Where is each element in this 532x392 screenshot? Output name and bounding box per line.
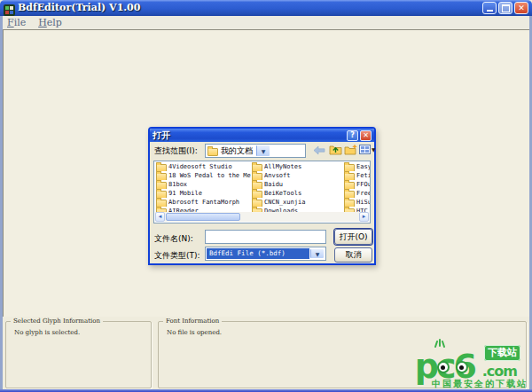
list-item[interactable]: 81box [156, 180, 251, 189]
menubar: File Help [3, 16, 529, 29]
help-button[interactable]: ? [347, 130, 358, 141]
new-folder-icon [344, 144, 357, 155]
dropdown-arrow-icon[interactable]: ▼ [256, 145, 270, 156]
folder-icon [252, 182, 262, 190]
dialog-controls: ? ✕ [347, 130, 372, 141]
list-item[interactable]: 18 WoS Pedal to the Metal [156, 171, 251, 180]
dialog-close-button[interactable]: ✕ [360, 130, 372, 141]
folder-icon [252, 191, 262, 199]
chevron-right-icon: ▸ [363, 213, 366, 220]
group-title: Selected Glyph Information [11, 318, 103, 325]
open-dialog: 打开 ? ✕ 查找范围(I): 我的文档 ▼ [148, 127, 376, 265]
folder-icon [344, 164, 355, 172]
file-name-input[interactable] [205, 230, 326, 244]
list-item[interactable]: FFOutpu [344, 180, 371, 189]
list-item[interactable]: CNCN_xunjia [252, 198, 343, 207]
list-item[interactable]: 4Videosoft Studio [156, 162, 251, 171]
group-title: Font Information [163, 318, 222, 325]
list-item[interactable]: 91 Mobile [156, 189, 251, 198]
minimize-icon [487, 10, 493, 12]
back-arrow-icon [313, 145, 325, 155]
folder-icon [156, 173, 167, 181]
maximize-icon [502, 4, 510, 12]
views-button[interactable]: ▼ [359, 145, 376, 154]
bdfeditor-window: BdfEditor(Trial) V1.00 ✕ File Help Selec… [0, 0, 532, 392]
open-button[interactable]: 打开(O) [334, 229, 372, 245]
file-list-column: Easy Wa Fetion FFOutpu Freemak HiSuite H… [344, 162, 371, 212]
dialog-body: 查找范围(I): 我的文档 ▼ ▼ 4Videosoft Stud [150, 142, 374, 263]
app-icon [4, 3, 15, 14]
folder-icon [156, 191, 167, 199]
glyph-status-text: No glyph is selected. [14, 329, 80, 336]
window-border-left [0, 16, 3, 392]
up-one-level-button[interactable] [329, 144, 342, 155]
close-icon: ✕ [518, 4, 525, 12]
folder-icon [156, 164, 167, 172]
list-item[interactable]: Baidu [252, 180, 343, 189]
selected-glyph-group: Selected Glyph Information No glyph is s… [5, 321, 152, 388]
menu-help[interactable]: Help [38, 17, 62, 28]
file-type-combobox[interactable]: BdfEdi File (*.bdf) ▼ [205, 247, 326, 261]
horizontal-scrollbar[interactable]: ◂ ▸ [155, 212, 369, 222]
window-title: BdfEditor(Trial) V1.00 [18, 0, 140, 16]
close-button[interactable]: ✕ [514, 2, 528, 14]
scroll-left-button[interactable]: ◂ [155, 212, 165, 222]
dropdown-arrow-icon[interactable]: ▼ [310, 249, 324, 258]
look-in-value: 我的文档 [221, 145, 253, 157]
folder-icon [252, 173, 262, 181]
font-information-group: Font Information No file is opened. [158, 321, 527, 388]
list-item[interactable]: Fetion [344, 171, 371, 180]
titlebar[interactable]: BdfEditor(Trial) V1.00 ✕ [0, 0, 532, 16]
dropdown-arrow-icon: ▼ [372, 146, 376, 153]
info-panels: Selected Glyph Information No glyph is s… [3, 317, 529, 389]
folder-icon [252, 200, 262, 208]
list-item[interactable]: Freemak [344, 189, 371, 198]
folder-icon [344, 200, 355, 208]
folder-icon [252, 164, 262, 172]
look-in-combobox[interactable]: 我的文档 ▼ [205, 144, 306, 158]
list-item[interactable]: Easy Wa [344, 162, 371, 171]
cancel-button[interactable]: 取消 [334, 247, 372, 263]
new-folder-button[interactable] [344, 144, 357, 155]
scrollbar-thumb[interactable] [166, 213, 240, 221]
look-in-label: 查找范围(I): [154, 145, 198, 157]
up-folder-icon [329, 144, 342, 155]
list-item[interactable]: Abrosoft FantaMorph [156, 198, 251, 207]
views-icon [359, 145, 371, 154]
maximize-button[interactable] [498, 2, 512, 14]
menu-file[interactable]: File [7, 17, 26, 28]
folder-icon [156, 182, 167, 190]
list-item[interactable]: HiSuite [344, 198, 371, 207]
folder-icon [156, 200, 167, 208]
file-type-label: 文件类型(T): [154, 250, 200, 262]
chevron-left-icon: ◂ [159, 213, 162, 220]
file-name-label: 文件名(N): [154, 233, 193, 245]
close-icon: ✕ [363, 131, 369, 139]
file-list: 4Videosoft Studio 18 WoS Pedal to the Me… [153, 161, 371, 223]
list-item[interactable]: BeiKeTools [252, 189, 343, 198]
minimize-button[interactable] [482, 2, 497, 14]
folder-icon [344, 191, 355, 199]
question-icon: ? [350, 131, 355, 139]
folder-icon [344, 182, 355, 190]
list-item[interactable]: Anvsoft [252, 171, 343, 180]
list-item[interactable]: AllMyNotes [252, 162, 343, 171]
file-list-column: AllMyNotes Anvsoft Baidu BeiKeTools CNCN… [252, 162, 343, 212]
file-list-column: 4Videosoft Studio 18 WoS Pedal to the Me… [156, 162, 251, 212]
dialog-title: 打开 [153, 129, 170, 142]
scroll-right-button[interactable]: ▸ [359, 212, 369, 222]
font-status-text: No file is opened. [167, 329, 222, 336]
back-button[interactable] [313, 145, 325, 155]
file-type-value: BdfEdi File (*.bdf) [207, 248, 309, 259]
dialog-titlebar[interactable]: 打开 ? ✕ [150, 129, 374, 142]
folder-icon [344, 173, 355, 181]
window-controls: ✕ [482, 2, 528, 14]
folder-icon [207, 148, 218, 156]
